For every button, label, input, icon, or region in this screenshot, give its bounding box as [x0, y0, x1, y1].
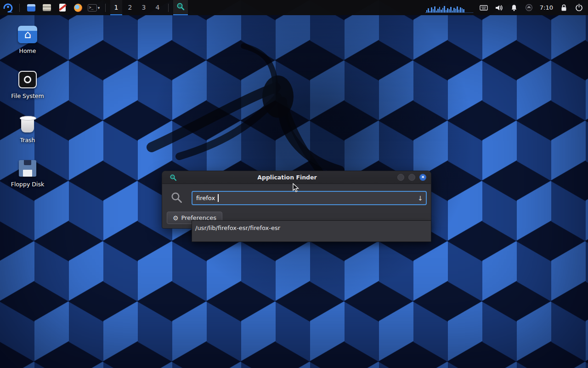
workspace-switcher: 1 2 3 4: [110, 0, 164, 15]
desktop-icon-trash[interactable]: Trash: [6, 113, 50, 146]
window-buttons: ✕: [397, 174, 426, 181]
keyboard-layout-icon[interactable]: [479, 3, 488, 13]
titlebar[interactable]: Application Finder ✕: [162, 171, 431, 184]
home-icon: ⌂: [18, 26, 37, 43]
panel-separator: [19, 4, 20, 12]
panel-right-group: 7:10: [425, 0, 588, 15]
terminal-launcher[interactable]: >_ ▾: [87, 1, 101, 15]
text-caret: [218, 194, 219, 202]
clock[interactable]: 7:10: [540, 4, 553, 11]
search-input[interactable]: [192, 195, 415, 201]
workspace-1[interactable]: 1: [110, 0, 122, 15]
notifications-bell-icon[interactable]: [509, 3, 519, 13]
maximize-button[interactable]: [408, 174, 415, 181]
window-icon: [27, 4, 35, 12]
workspace-3[interactable]: 3: [138, 0, 150, 15]
gear-icon: ⚙: [173, 214, 179, 222]
panel-left-group: >_ ▾ 1 2 3 4: [0, 0, 188, 15]
desktop-icon-label: Trash: [20, 137, 35, 144]
filesystem-drive-icon: [18, 71, 37, 88]
firefox-launcher[interactable]: [71, 1, 85, 15]
application-finder-icon: [176, 2, 185, 12]
desktop-icon-home[interactable]: ⌂ Home: [6, 23, 50, 57]
file-cabinet-icon: [43, 4, 51, 11]
desktop-icon-label: Floppy Disk: [11, 181, 44, 188]
desktop-icon-floppy[interactable]: Floppy Disk: [6, 157, 50, 190]
kali-logo-icon: [2, 1, 13, 14]
window-title: Application Finder: [177, 174, 397, 181]
applications-menu-button[interactable]: [1, 1, 15, 15]
floppy-disk-icon: [19, 160, 36, 177]
volume-icon[interactable]: [494, 3, 503, 13]
close-button[interactable]: ✕: [419, 174, 426, 181]
panel-separator: [105, 4, 106, 12]
minimize-button[interactable]: [397, 174, 404, 181]
system-monitor-graph[interactable]: [425, 3, 473, 13]
application-finder-window: Application Finder ✕ ↓ ⚙ Preferences /us…: [162, 171, 431, 229]
power-logout-icon[interactable]: [574, 3, 583, 13]
lock-screen-icon[interactable]: [559, 3, 568, 13]
workspace-2[interactable]: 2: [124, 0, 136, 15]
top-panel: >_ ▾ 1 2 3 4: [0, 0, 588, 15]
dropdown-arrow-icon[interactable]: ↓: [415, 195, 426, 202]
desktop-icon-label: File System: [11, 92, 44, 99]
status-indicator-icon[interactable]: [525, 3, 534, 13]
completion-item[interactable]: /usr/lib/firefox-esr/firefox-esr: [192, 221, 431, 235]
window-manager-launcher[interactable]: [24, 1, 38, 15]
chevron-down-icon: ▾: [98, 6, 100, 10]
finder-body: ↓ ⚙ Preferences /usr/lib/firefox-esr/fir…: [162, 184, 431, 229]
terminal-icon: >_: [88, 4, 97, 12]
search-icon: [170, 191, 183, 206]
firefox-icon: [74, 4, 82, 12]
document-pen-icon: [59, 4, 66, 12]
panel-separator: [168, 4, 169, 12]
desktop-icon-label: Home: [19, 47, 36, 54]
workspace-4[interactable]: 4: [152, 0, 164, 15]
file-manager-launcher[interactable]: [40, 1, 54, 15]
completion-popup: /usr/lib/firefox-esr/firefox-esr: [192, 220, 431, 242]
desktop-icon-filesystem[interactable]: File System: [6, 68, 50, 102]
desktop-icon-list: ⌂ Home File System Trash Floppy Disk: [6, 23, 50, 190]
search-entry: ↓: [192, 191, 427, 205]
application-finder-window-icon: [170, 174, 177, 181]
trash-icon: [21, 118, 34, 132]
text-editor-launcher[interactable]: [56, 1, 69, 15]
taskbar-application-finder[interactable]: [173, 0, 188, 15]
